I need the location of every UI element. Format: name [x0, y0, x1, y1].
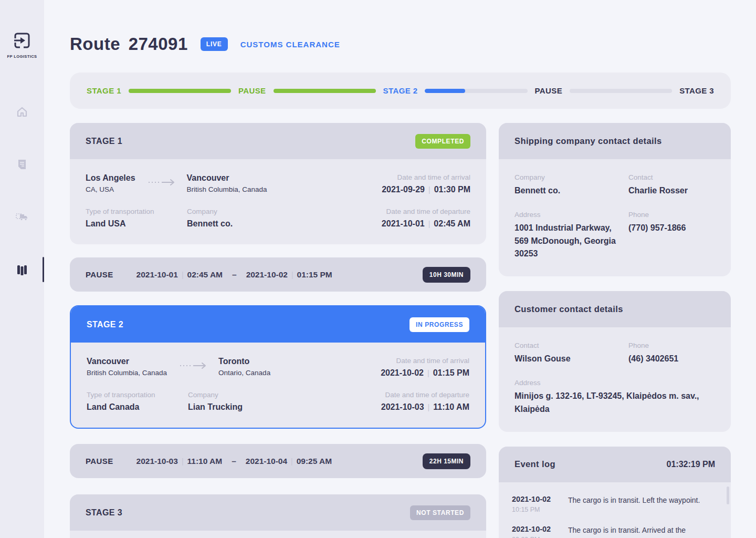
stage1-destination: Vancouver British Columbia, Canada: [187, 173, 267, 193]
stage3-card-header: STAGE 3 NOT STARTED: [70, 494, 486, 531]
event-log-entry: 2021-10-02 09:20 PM The cargo is in tran…: [512, 525, 715, 538]
sidebar-item-routes-map[interactable]: [0, 258, 44, 284]
stage2-arrival: Date and time of arrival 2021-10-02|01:1…: [381, 357, 469, 378]
sidebar-item-documents[interactable]: [0, 153, 44, 178]
truck-icon: [16, 211, 28, 225]
sidebar-nav: [0, 101, 44, 284]
pause2-dates: 2021-10-03|11:10 AM–2021-10-04|09:25 AM: [136, 457, 332, 466]
stage2-card-header: STAGE 2 IN PROGRESS: [71, 306, 485, 343]
shipping-address-field: Address 1001 Industrial Parkway, 569 McD…: [514, 211, 623, 261]
route-progress-strip: STAGE 1 PAUSE STAGE 2 PAUSE STAGE 3: [70, 73, 731, 109]
customer-phone-field: Phone (46) 3402651: [628, 342, 715, 366]
shipping-contact-title: Shipping company contact details: [514, 136, 662, 146]
stage1-card-body: Los Angeles CA, USA Vancouver: [70, 159, 486, 244]
pause2-duration-badge: 22H 15MIN: [423, 453, 470, 469]
sidebar: FP LOGISTICS: [0, 0, 44, 538]
customs-clearance-link[interactable]: CUSTOMS CLEARANCE: [240, 40, 340, 49]
stage1-transport-type: Type of transportation Land USA: [86, 208, 187, 229]
stage1-arrival: Date and time of arrival 2021-09-29|01:3…: [382, 173, 470, 194]
customer-contact-title: Customer contact details: [514, 304, 623, 314]
customer-contact-card: Customer contact details Contact Wilson …: [499, 291, 731, 431]
stage3-title: STAGE 3: [86, 508, 122, 518]
shipping-phone-field: Phone (770) 957-1866: [628, 211, 715, 261]
sidebar-item-home[interactable]: [0, 101, 44, 125]
brand-name: FP LOGISTICS: [7, 54, 37, 59]
stage2-departure: Date and time of departure 2021-10-03|11…: [381, 391, 469, 412]
customer-contact-header: Customer contact details: [499, 291, 731, 327]
stage3-status-badge: NOT STARTED: [410, 505, 470, 520]
stage2-transport-type: Type of transportation Land Canada: [87, 391, 188, 412]
stage2-destination: Toronto Ontario, Canada: [218, 357, 270, 377]
event-log-header: Event log 01:32:19 PM: [499, 447, 731, 482]
route-arrow-icon: [148, 179, 175, 188]
stage1-card[interactable]: STAGE 1 COMPLETED Los Angeles CA, USA: [70, 123, 486, 244]
progress-pause1-label: PAUSE: [238, 86, 266, 95]
progress-bar-stage1: [129, 89, 231, 93]
shipping-contact-header: Shipping company contact details: [499, 123, 731, 159]
logo[interactable]: FP LOGISTICS: [7, 32, 37, 59]
stage1-company: Company Bennett co.: [187, 208, 233, 229]
stage2-status-badge: IN PROGRESS: [410, 317, 469, 332]
stage3-card[interactable]: STAGE 3 NOT STARTED: [70, 494, 486, 538]
event-log-body[interactable]: 2021-10-02 10:15 PM The cargo is in tran…: [499, 482, 731, 538]
progress-bar-stage2-fill: [425, 89, 465, 93]
stage2-card[interactable]: STAGE 2 IN PROGRESS Vancouver British Co…: [70, 305, 486, 429]
fp-logistics-logo-icon: [13, 42, 31, 51]
event-log-clock: 01:32:19 PM: [667, 460, 716, 469]
progress-bar-stage2: [425, 89, 527, 93]
details-column: Shipping company contact details Company…: [499, 123, 731, 538]
map-icon: [16, 264, 28, 278]
pause2-row: PAUSE 2021-10-03|11:10 AM–2021-10-04|09:…: [70, 444, 486, 478]
progress-stage1-label: STAGE 1: [87, 86, 121, 95]
stage1-card-header: STAGE 1 COMPLETED: [70, 123, 486, 159]
event-log-title: Event log: [514, 459, 555, 469]
stage2-company: Company Lian Trucking: [188, 391, 243, 412]
customer-contact-body: Contact Wilson Gouse Phone (46) 3402651 …: [499, 327, 731, 431]
sidebar-item-shipments[interactable]: [0, 206, 44, 230]
progress-stage3-label: STAGE 3: [679, 86, 714, 95]
shipping-contact-card: Shipping company contact details Company…: [499, 123, 731, 276]
progress-bar-pause1: [274, 89, 376, 93]
shipping-contact-field: Contact Charlie Rosser: [628, 173, 715, 198]
stage1-departure: Date and time of departure 2021-10-01|02…: [382, 208, 470, 229]
stage1-title: STAGE 1: [86, 137, 122, 146]
event-log-card: Event log 01:32:19 PM 2021-10-02 10:15 P…: [499, 447, 731, 538]
progress-bar-pause2: [570, 89, 672, 93]
live-badge: LIVE: [201, 37, 228, 51]
pause1-row: PAUSE 2021-10-01|02:45 AM–2021-10-02|01:…: [70, 257, 486, 292]
customer-contact-field: Contact Wilson Gouse: [514, 342, 623, 366]
stage3-card-body: [70, 531, 486, 538]
stages-column: STAGE 1 COMPLETED Los Angeles CA, USA: [70, 123, 486, 538]
active-nav-indicator: [43, 257, 44, 282]
progress-pause2-label: PAUSE: [535, 86, 563, 95]
shipping-company-field: Company Bennett co.: [514, 173, 623, 198]
event-log-entry: 2021-10-02 10:15 PM The cargo is in tran…: [512, 495, 715, 513]
shipping-contact-body: Company Bennett co. Contact Charlie Ross…: [499, 159, 731, 276]
stage2-title: STAGE 2: [87, 320, 123, 329]
route-arrow-icon: [180, 362, 207, 371]
event-log-scrollbar-thumb[interactable]: [727, 487, 729, 504]
main-content: Route 274091 LIVE CUSTOMS CLEARANCE STAG…: [44, 0, 756, 538]
page-header: Route 274091 LIVE CUSTOMS CLEARANCE: [70, 34, 731, 55]
pause1-duration-badge: 10H 30MIN: [423, 267, 470, 283]
stage1-status-badge: COMPLETED: [415, 134, 470, 149]
document-icon: [16, 159, 28, 172]
home-icon: [16, 106, 28, 120]
customer-address-field: Address Minijos g. 132-16, LT-93245, Kla…: [514, 379, 715, 416]
stage1-origin: Los Angeles CA, USA: [86, 173, 135, 193]
stage2-origin: Vancouver British Columbia, Canada: [87, 357, 167, 377]
pause1-dates: 2021-10-01|02:45 AM–2021-10-02|01:15 PM: [136, 270, 332, 280]
stage2-card-body: Vancouver British Columbia, Canada Toro: [71, 343, 485, 428]
page-title: Route 274091: [70, 34, 188, 54]
progress-stage2-label: STAGE 2: [383, 86, 418, 95]
